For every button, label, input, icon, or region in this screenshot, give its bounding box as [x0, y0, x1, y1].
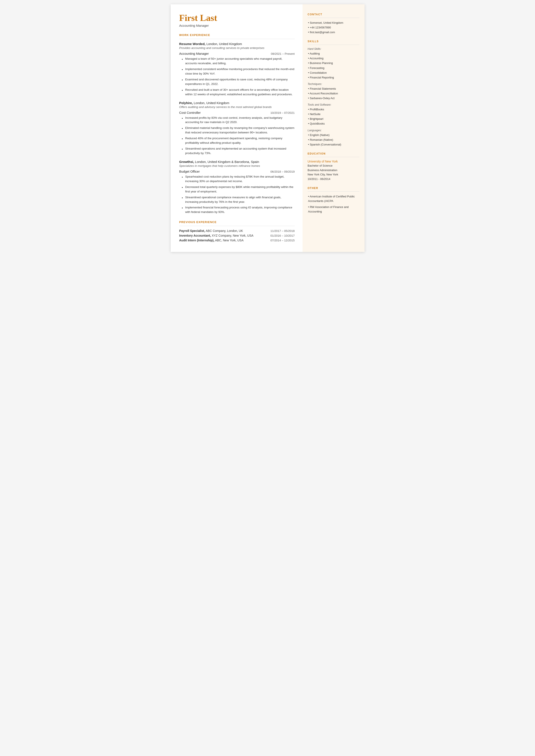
company-2-role-row: Cost Controller 10/2019 – 07/2021	[179, 111, 295, 114]
prev-exp-dates-3: 07/2014 – 12/2015	[270, 239, 295, 242]
skills-section: SKILLS Hard Skills: Auditing Accounting …	[308, 40, 359, 147]
company-2-bullets: Increased profits by 83% via cost contro…	[179, 116, 295, 155]
contact-heading: CONTACT	[308, 13, 359, 16]
bullet-item: Eliminated material handling costs by re…	[182, 126, 295, 135]
skill-financial-reporting: Financial Reporting	[308, 75, 359, 80]
company-block-2: Polyhire, London, United Kingdom Offers …	[179, 101, 295, 155]
company-3-bullets: Spearheaded cost reduction plans by redu…	[179, 175, 295, 214]
bullet-item: Streamlined operational compliance measu…	[182, 195, 295, 204]
prev-exp-row-1: Payroll Specialist, ABC Company, London,…	[179, 229, 295, 233]
bullet-item: Streamlined operations and implemented a…	[182, 147, 295, 155]
prev-exp-row-2: Inventory Accountant, XYZ Company, New Y…	[179, 234, 295, 237]
bullet-item: Implemented consistent workflow monitori…	[182, 67, 295, 76]
company-2-desc: Offers auditing and advisory services to…	[179, 105, 295, 109]
skill-forecasting: Forecasting	[308, 66, 359, 70]
company-block-1: Resume Worded, London, United Kingdom Pr…	[179, 42, 295, 97]
skill-account-reconciliation: Account Reconciliation	[308, 91, 359, 96]
skill-business-planning: Business Planning	[308, 61, 359, 66]
company-2-role-title: Cost Controller	[179, 111, 201, 114]
other-item-2: RW Association of Finance and Accounting	[308, 205, 359, 214]
education-divider	[308, 157, 359, 157]
company-2-name-bold: Polyhire, London, United Kingdom	[179, 101, 230, 105]
skills-heading: SKILLS	[308, 40, 359, 43]
education-section: EDUCATION University of New York Bachelo…	[308, 152, 359, 182]
skill-netsuite: NetSuite	[308, 112, 359, 117]
resume-wrapper: First Last Accounting Manager WORK EXPER…	[171, 4, 365, 252]
company-3-role-row: Budget Officer 06/2018 – 09/2019	[179, 170, 295, 173]
edu-location: New York City, New York	[308, 172, 359, 177]
skill-accounting: Accounting	[308, 56, 359, 61]
education-heading: EDUCATION	[308, 152, 359, 155]
skill-sarbanes-oxley: Sarbanes-Oxley Act	[308, 96, 359, 101]
contact-phone: +44 1234567890	[308, 25, 359, 30]
bullet-item: Increased profits by 83% via cost contro…	[182, 116, 295, 125]
bullet-item: Managed a team of 50+ junior accounting …	[182, 57, 295, 66]
edu-degree: Bachelor of Science	[308, 164, 359, 168]
company-1-role-dates: 08/2021 – Present	[271, 52, 295, 55]
other-item-1: American Institute of Certified Public A…	[308, 194, 359, 204]
prev-exp-title-3: Audit Intern (Internship), ABC, New York…	[179, 238, 244, 242]
job-title: Accounting Manager	[179, 24, 295, 27]
company-1-name-bold: Resume Worded, London, United Kingdom	[179, 42, 242, 46]
skill-consolidation: Consolidation	[308, 70, 359, 75]
company-3-name-bold: Growthsi, London, United Kingdom & Barce…	[179, 160, 259, 164]
contact-section: CONTACT Somerset, United Kingdom +44 123…	[308, 13, 359, 35]
contact-email: first.last@gmail.com	[308, 30, 359, 35]
company-1-role-title: Accounting Manager	[179, 52, 209, 55]
hard-skills-label: Hard Skills:	[308, 47, 359, 50]
bullet-item: Recruited and built a team of 30+ accoun…	[182, 88, 295, 97]
edu-school: University of New York	[308, 160, 359, 163]
languages-label: Languages:	[308, 129, 359, 132]
skills-divider	[308, 44, 359, 45]
bullet-item: Spearheaded cost reduction plans by redu…	[182, 175, 295, 183]
company-3-header: Growthsi, London, United Kingdom & Barce…	[179, 160, 295, 164]
other-divider	[308, 191, 359, 192]
company-2-header: Polyhire, London, United Kingdom	[179, 101, 295, 105]
bullet-item: Reduced 40% of the procurement departmen…	[182, 136, 295, 145]
prev-exp-title-1: Payroll Specialist, ABC Company, London,…	[179, 229, 243, 233]
techniques-label: Techniques:	[308, 83, 359, 86]
bullet-item: Decreased total quarterly expenses by $8…	[182, 185, 295, 194]
previous-experience-heading: PREVIOUS EXPERIENCE	[179, 220, 295, 224]
skill-financial-statements: Financial Statements	[308, 86, 359, 91]
skill-quickbooks: QuickBooks	[308, 121, 359, 126]
other-section: OTHER American Institute of Certified Pu…	[308, 187, 359, 214]
skill-auditing: Auditing	[308, 51, 359, 56]
edu-field: Business Administration	[308, 168, 359, 173]
company-1-desc: Provides accounting and consulting servi…	[179, 46, 295, 49]
skill-english: English (Native)	[308, 133, 359, 137]
skill-romanian: Romanian (Native)	[308, 137, 359, 142]
edu-dates: 10/2011 - 06/2014	[308, 177, 359, 182]
skill-brightpearl: Brightpearl	[308, 117, 359, 121]
skill-profitbooks: ProfitBooks	[308, 107, 359, 112]
left-column: First Last Accounting Manager WORK EXPER…	[171, 4, 302, 252]
prev-exp-title-2: Inventory Accountant, XYZ Company, New Y…	[179, 234, 254, 237]
prev-exp-dates-2: 01/2016 – 10/2017	[270, 234, 295, 237]
company-1-bullets: Managed a team of 50+ junior accounting …	[179, 57, 295, 97]
name: First Last	[179, 13, 295, 23]
company-3-desc: Specializes in mortgages that help custo…	[179, 164, 295, 167]
skill-spanish: Spanish (Conversational)	[308, 142, 359, 147]
company-block-3: Growthsi, London, United Kingdom & Barce…	[179, 160, 295, 214]
prev-exp-dates-1: 11/2017 – 05/2018	[270, 229, 295, 233]
contact-location: Somerset, United Kingdom	[308, 20, 359, 25]
right-column: CONTACT Somerset, United Kingdom +44 123…	[302, 4, 365, 252]
company-1-header: Resume Worded, London, United Kingdom	[179, 42, 295, 46]
bullet-item: Implemented financial forecasting proces…	[182, 205, 295, 214]
bullet-item: Examined and discovered opportunities to…	[182, 77, 295, 86]
company-2-role-dates: 10/2019 – 07/2021	[270, 111, 295, 114]
company-3-role-dates: 06/2018 – 09/2019	[270, 170, 295, 173]
prev-exp-row-3: Audit Intern (Internship), ABC, New York…	[179, 238, 295, 242]
company-1-role-row: Accounting Manager 08/2021 – Present	[179, 52, 295, 55]
other-heading: OTHER	[308, 187, 359, 190]
tools-label: Tools and Software:	[308, 103, 359, 106]
work-experience-heading: WORK EXPERIENCE	[179, 33, 295, 37]
company-3-role-title: Budget Officer	[179, 170, 200, 173]
